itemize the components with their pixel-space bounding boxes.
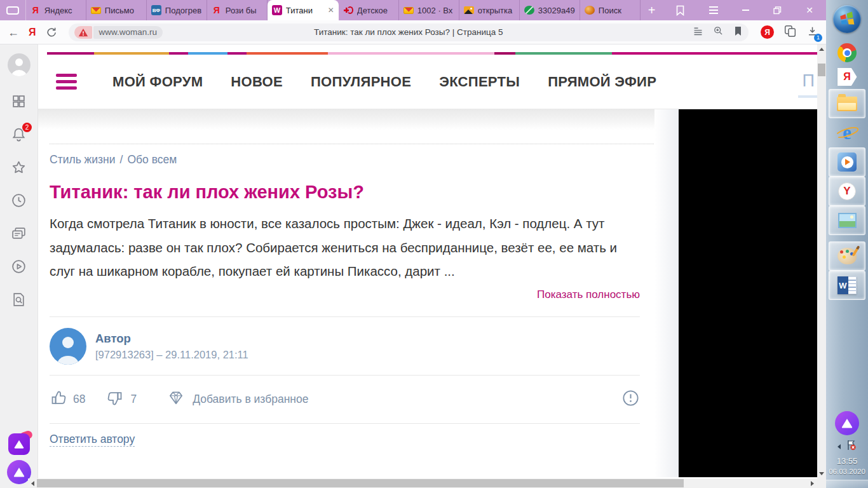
nav-new[interactable]: НОВОЕ bbox=[231, 74, 283, 90]
page-search-icon[interactable] bbox=[11, 292, 27, 308]
scroll-up-arrow[interactable] bbox=[819, 48, 824, 51]
scroll-right-arrow[interactable] bbox=[811, 481, 814, 486]
paint-taskbar-icon[interactable] bbox=[829, 241, 865, 271]
site-menu-icon[interactable] bbox=[56, 74, 77, 90]
author-avatar[interactable] bbox=[50, 328, 86, 365]
tray-expand-icon[interactable] bbox=[837, 444, 841, 449]
tab-podogrev[interactable]: ВФПодогрев bbox=[147, 0, 207, 20]
tab-label: Письмо bbox=[105, 6, 142, 15]
browser-side-rail: 2 bbox=[0, 44, 38, 488]
start-button[interactable] bbox=[833, 5, 861, 33]
tab-mail-letter[interactable]: Письмо bbox=[86, 0, 147, 20]
bookmark-icon[interactable] bbox=[733, 26, 743, 39]
scroll-down-arrow[interactable] bbox=[819, 472, 824, 475]
vf-favicon: ВФ bbox=[151, 5, 161, 15]
back-arrow-icon[interactable]: ← bbox=[8, 27, 19, 38]
nav-popular[interactable]: ПОПУЛЯРНОЕ bbox=[311, 74, 411, 90]
diamond-favorite-icon[interactable] bbox=[167, 389, 185, 410]
collections-icon[interactable] bbox=[783, 25, 797, 39]
yandex-browser-taskbar-icon[interactable]: Я bbox=[829, 65, 865, 89]
add-to-favorites-label[interactable]: Добавить в избранное bbox=[193, 393, 308, 406]
notifications-bell-icon[interactable]: 2 bbox=[11, 126, 27, 142]
nav-live[interactable]: ПРЯМОЙ ЭФИР bbox=[548, 74, 656, 90]
taskbar-clock[interactable]: 13:55 06.03.2020 bbox=[829, 456, 865, 476]
history-clock-icon[interactable] bbox=[11, 193, 27, 208]
tab-bar: ЯЯндекс Письмо ВФПодогрев ЯРози бы WТита… bbox=[0, 0, 826, 20]
scroll-left-arrow[interactable] bbox=[31, 481, 34, 486]
tab-yandex[interactable]: ЯЯндекс bbox=[26, 0, 86, 20]
photo-viewer-taskbar-icon[interactable] bbox=[829, 206, 865, 235]
window-controls: ✕ bbox=[663, 0, 826, 20]
browser-window: ЯЯндекс Письмо ВФПодогрев ЯРози бы WТита… bbox=[0, 0, 826, 488]
video-play-icon[interactable] bbox=[11, 259, 27, 274]
dislikes-count: 7 bbox=[130, 393, 137, 406]
breadcrumb-subsection[interactable]: Обо всем bbox=[127, 153, 177, 166]
mail-favicon bbox=[403, 7, 414, 14]
tab-label: 33029a49 bbox=[538, 6, 575, 15]
tab-titanic-active[interactable]: WТитани✕ bbox=[268, 0, 339, 20]
word-taskbar-icon[interactable]: W bbox=[829, 271, 865, 300]
download-icon[interactable]: 1 bbox=[806, 25, 818, 39]
reader-mode-icon[interactable] bbox=[693, 25, 703, 39]
minimize-icon[interactable] bbox=[742, 10, 749, 11]
alice-assistant-icon[interactable] bbox=[7, 460, 31, 484]
breadcrumb-section[interactable]: Стиль жизни bbox=[50, 153, 116, 166]
clock-date: 06.03.2020 bbox=[829, 467, 865, 476]
windows-taskbar: Я e Y W 13:55 06.03.2020 bbox=[826, 0, 868, 488]
thumb-down-icon[interactable] bbox=[107, 390, 124, 410]
womanru-favicon: W bbox=[272, 5, 282, 15]
topic-actions: 68 7 Добавить в избранное bbox=[50, 376, 640, 423]
author-name[interactable]: Автор bbox=[95, 332, 248, 346]
tab-close-icon[interactable]: ✕ bbox=[327, 6, 334, 15]
address-bar[interactable]: www.woman.ru Титаник: так ли плох жених … bbox=[69, 24, 749, 41]
explorer-taskbar-icon[interactable] bbox=[829, 89, 865, 118]
yandex-home-icon[interactable]: Я bbox=[29, 27, 36, 38]
maximize-icon[interactable] bbox=[773, 6, 782, 15]
site-warning-icon[interactable] bbox=[74, 26, 92, 39]
ie-taskbar-icon[interactable]: e bbox=[829, 118, 865, 147]
apps-grid-icon[interactable] bbox=[11, 93, 27, 109]
divider bbox=[50, 423, 640, 424]
page-top-strip bbox=[38, 44, 817, 52]
tab-rozy[interactable]: ЯРози бы bbox=[207, 0, 268, 20]
page-gutter bbox=[654, 109, 679, 477]
browser-content-area: 2 МОЙ ФОРУМ НОВОЕ bbox=[0, 44, 826, 488]
profile-avatar[interactable] bbox=[8, 53, 31, 76]
show-desktop-button[interactable] bbox=[826, 480, 868, 488]
site-nav: МОЙ ФОРУМ НОВОЕ ПОПУЛЯРНОЕ ЭКСПЕРТЫ ПРЯМ… bbox=[112, 74, 656, 90]
chrome-taskbar-icon[interactable] bbox=[829, 41, 865, 65]
thumb-up-icon[interactable] bbox=[50, 390, 67, 410]
new-tab-button[interactable]: + bbox=[641, 0, 663, 20]
close-icon[interactable]: ✕ bbox=[806, 5, 813, 15]
yandex-account-icon[interactable]: Я bbox=[761, 25, 774, 39]
tab-label: Рози бы bbox=[226, 6, 262, 15]
reply-to-author-link[interactable]: Ответить автору bbox=[50, 433, 135, 447]
yandex-old-taskbar-icon[interactable]: Y bbox=[829, 177, 865, 206]
action-center-flag-icon[interactable] bbox=[846, 439, 857, 454]
menu-icon[interactable] bbox=[709, 6, 718, 14]
vertical-scroll-thumb[interactable] bbox=[818, 64, 825, 76]
vertical-scrollbar[interactable] bbox=[817, 44, 826, 488]
tab-panel-toggle-button[interactable] bbox=[0, 0, 26, 20]
tab-poisk[interactable]: Поиск bbox=[580, 0, 641, 20]
photo-favicon bbox=[464, 6, 474, 14]
nav-my-forum[interactable]: МОЙ ФОРУМ bbox=[112, 74, 203, 90]
tab-otkrytka[interactable]: открытка bbox=[459, 0, 520, 20]
media-player-taskbar-icon[interactable] bbox=[829, 147, 865, 177]
favorites-star-icon[interactable] bbox=[11, 159, 27, 175]
horizontal-scroll-thumb[interactable] bbox=[37, 479, 684, 487]
zoom-plus-icon[interactable] bbox=[713, 25, 724, 39]
tab-detskoe[interactable]: Детское bbox=[339, 0, 399, 20]
tab-33029a49[interactable]: 33029a49 bbox=[520, 0, 580, 20]
alice-app-icon[interactable] bbox=[8, 433, 30, 455]
bookmark-flag-icon[interactable] bbox=[675, 5, 685, 16]
refresh-icon[interactable] bbox=[46, 26, 57, 39]
feed-cards-icon[interactable] bbox=[11, 226, 27, 241]
report-alert-icon[interactable] bbox=[621, 389, 640, 410]
horizontal-scrollbar[interactable] bbox=[28, 478, 817, 488]
alice-taskbar-icon[interactable] bbox=[829, 411, 865, 435]
nav-experts[interactable]: ЭКСПЕРТЫ bbox=[439, 74, 520, 90]
nav-overflow-letter: П bbox=[803, 71, 815, 91]
tab-inbox[interactable]: 1002 · Вх bbox=[399, 0, 459, 20]
show-full-link[interactable]: Показать полностью bbox=[50, 288, 640, 301]
